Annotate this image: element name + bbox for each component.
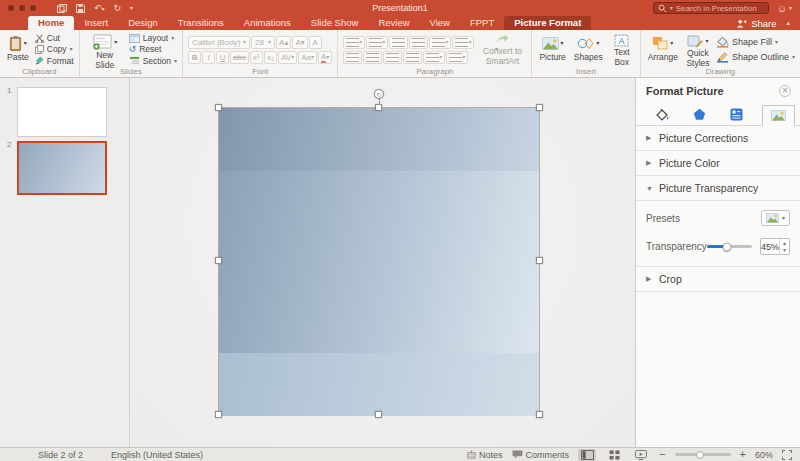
resize-handle-middle-left[interactable] <box>215 257 222 264</box>
tab-view[interactable]: View <box>420 16 460 30</box>
change-case-button[interactable]: Aa▾ <box>298 51 317 64</box>
picture-tab[interactable] <box>762 105 795 126</box>
language-indicator[interactable]: English (United States) <box>111 450 203 460</box>
undo-button[interactable]: ↶▾ <box>94 4 105 13</box>
new-presentation-icon[interactable] <box>57 4 67 13</box>
increase-indent-button[interactable] <box>409 36 428 49</box>
shape-outline-button[interactable]: Shape Outline ▾ <box>716 52 795 63</box>
slide-2-thumbnail[interactable] <box>17 141 107 195</box>
insert-picture-button[interactable]: ▾ Picture <box>537 33 567 66</box>
notes-button[interactable]: Notes <box>467 450 503 460</box>
section-picture-transparency[interactable]: ▼ Picture Transparency <box>636 176 800 201</box>
clear-formatting-button[interactable]: A <box>309 36 322 49</box>
tab-review[interactable]: Review <box>368 16 419 30</box>
search-scope-chevron-icon[interactable]: ▾ <box>670 5 673 11</box>
subscript-button[interactable]: x₂ <box>264 51 277 64</box>
bold-button[interactable]: B <box>188 51 201 64</box>
paste-button[interactable]: ▾ Paste <box>5 33 31 66</box>
columns-button[interactable]: ▾ <box>452 36 474 49</box>
align-right-button[interactable] <box>383 51 402 64</box>
tab-transitions[interactable]: Transitions <box>168 16 234 30</box>
quick-styles-button[interactable]: ▾ Quick Styles <box>684 33 712 66</box>
resize-handle-top-left[interactable] <box>215 104 222 111</box>
zoom-slider[interactable] <box>675 453 731 456</box>
reset-button[interactable]: ↺ Reset <box>129 44 177 54</box>
underline-button[interactable]: U <box>216 51 229 64</box>
transparency-slider[interactable] <box>707 245 752 248</box>
font-color-button[interactable]: A▾ <box>318 51 332 64</box>
new-slide-button[interactable]: ▾ New Slide <box>85 33 125 66</box>
close-panel-button[interactable]: × <box>779 85 791 97</box>
zoom-out-button[interactable]: − <box>659 449 665 460</box>
transparency-slider-knob[interactable] <box>723 242 732 251</box>
zoom-level[interactable]: 60% <box>755 450 773 460</box>
normal-view-button[interactable] <box>578 449 596 461</box>
resize-handle-top-center[interactable] <box>375 104 382 111</box>
zoom-slider-knob[interactable] <box>696 451 704 459</box>
layout-button[interactable]: Layout ▾ <box>129 33 177 43</box>
save-icon[interactable] <box>76 4 85 13</box>
customize-toolbar-chevron-icon[interactable]: ▾ <box>130 5 133 11</box>
tab-animations[interactable]: Animations <box>234 16 301 30</box>
decrease-indent-button[interactable] <box>389 36 408 49</box>
tab-slide-show[interactable]: Slide Show <box>301 16 369 30</box>
transparency-value-box[interactable]: 45% ▲▼ <box>760 238 790 255</box>
format-painter-button[interactable]: Format <box>35 56 74 66</box>
insert-textbox-button[interactable]: A Text Box <box>609 33 635 66</box>
tab-insert[interactable]: Insert <box>74 16 118 30</box>
section-picture-corrections[interactable]: ▶ Picture Corrections <box>636 126 800 151</box>
close-window-button[interactable] <box>8 5 14 11</box>
effects-tab[interactable] <box>688 104 711 125</box>
tab-home[interactable]: Home <box>28 16 74 30</box>
tab-design[interactable]: Design <box>118 16 168 30</box>
align-left-button[interactable] <box>343 51 362 64</box>
line-spacing-button[interactable]: ▾ <box>429 36 451 49</box>
italic-button[interactable]: I <box>202 51 215 64</box>
selected-picture[interactable]: ↻ <box>218 107 540 415</box>
slide-show-view-button[interactable] <box>632 449 650 461</box>
bullets-button[interactable]: ▾ <box>343 36 365 49</box>
align-text-button[interactable]: ▾ <box>446 51 468 64</box>
minimize-window-button[interactable] <box>19 5 25 11</box>
size-properties-tab[interactable] <box>725 104 748 125</box>
resize-handle-bottom-right[interactable] <box>536 411 543 418</box>
slide-1-thumbnail[interactable] <box>17 87 107 137</box>
resize-handle-bottom-center[interactable] <box>375 411 382 418</box>
font-size-select[interactable]: 28▾ <box>251 36 275 49</box>
zoom-in-button[interactable]: + <box>740 449 746 460</box>
section-picture-color[interactable]: ▶ Picture Color <box>636 151 800 176</box>
numbering-button[interactable]: ▾ <box>366 36 388 49</box>
tab-picture-format[interactable]: Picture Format <box>504 16 591 30</box>
grow-font-button[interactable]: A▴ <box>276 36 291 49</box>
search-box[interactable]: ▾ <box>653 2 769 14</box>
arrange-button[interactable]: ▾ Arrange <box>646 33 680 66</box>
insert-shapes-button[interactable]: ▾ Shapes <box>572 33 605 66</box>
feedback-smiley-icon[interactable]: ☺▾ <box>777 3 792 14</box>
strikethrough-button[interactable]: abc <box>230 51 249 64</box>
tab-fppt[interactable]: FPPT <box>460 16 504 30</box>
font-name-select[interactable]: Calibri (Body)▾ <box>188 36 250 49</box>
slide-canvas[interactable]: ↻ <box>131 78 635 447</box>
resize-handle-top-right[interactable] <box>536 104 543 111</box>
shrink-font-button[interactable]: A▾ <box>292 36 307 49</box>
fit-to-window-button[interactable] <box>782 450 792 460</box>
transparency-stepper[interactable]: ▲▼ <box>779 239 789 254</box>
character-spacing-button[interactable]: AV▾ <box>278 51 297 64</box>
fill-line-tab[interactable] <box>650 105 674 125</box>
share-button[interactable]: Share <box>736 18 776 29</box>
redo-button[interactable]: ↻ <box>114 4 122 13</box>
search-input[interactable] <box>676 4 764 13</box>
align-center-button[interactable] <box>363 51 382 64</box>
text-direction-button[interactable]: ▾ <box>423 51 445 64</box>
section-button[interactable]: Section ▾ <box>129 56 177 66</box>
maximize-window-button[interactable] <box>30 5 36 11</box>
justify-button[interactable] <box>403 51 422 64</box>
superscript-button[interactable]: x² <box>250 51 263 64</box>
resize-handle-bottom-left[interactable] <box>215 411 222 418</box>
comments-button[interactable]: Comments <box>512 450 570 460</box>
rotate-handle[interactable]: ↻ <box>374 89 384 99</box>
slide-sorter-view-button[interactable] <box>605 449 623 461</box>
transparency-presets-button[interactable]: ▾ <box>761 210 790 226</box>
shape-fill-button[interactable]: Shape Fill ▾ <box>716 37 795 48</box>
cut-button[interactable]: Cut <box>35 33 74 43</box>
